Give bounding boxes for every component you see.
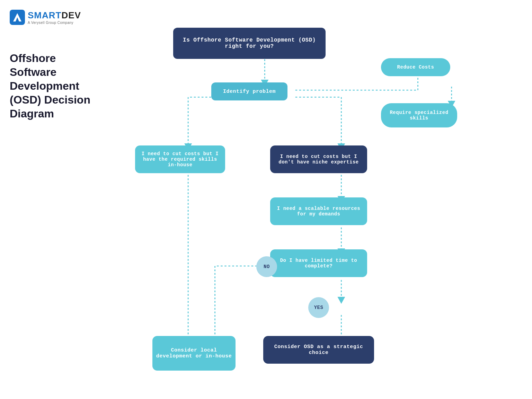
cut-costs-no-expertise-node: I need to cut costs but I don't have nic… — [270, 145, 367, 173]
cut-costs-have-skills-node: I need to cut costs but I have the requi… — [135, 145, 225, 173]
scalable-resources-node: I need a scalable resources for my deman… — [270, 197, 367, 225]
yes-circle: YES — [308, 297, 329, 318]
limited-time-node: Do I have limited time to complete? — [270, 249, 367, 277]
no-circle: NO — [256, 256, 277, 277]
reduce-costs-node: Reduce Costs — [381, 58, 450, 76]
logo-subtitle: A Verysell Group Company — [28, 21, 81, 25]
diagram: Is Offshore Software Development (OSD) r… — [104, 21, 525, 392]
page-title: Offshore Software Development (OSD) Deci… — [10, 51, 103, 121]
identify-problem-node: Identify problem — [211, 82, 287, 100]
main-question-node: Is Offshore Software Development (OSD) r… — [173, 28, 326, 59]
logo-text: SMARTDEV — [28, 10, 81, 21]
consider-local-node: Consider local development or in-house — [152, 336, 236, 371]
consider-osd-node: Consider OSD as a strategic choice — [263, 336, 374, 364]
logo: SMARTDEV A Verysell Group Company — [10, 10, 81, 25]
smartdev-logo-icon — [10, 10, 25, 25]
require-specialized-node: Require specialized skills — [381, 103, 457, 127]
